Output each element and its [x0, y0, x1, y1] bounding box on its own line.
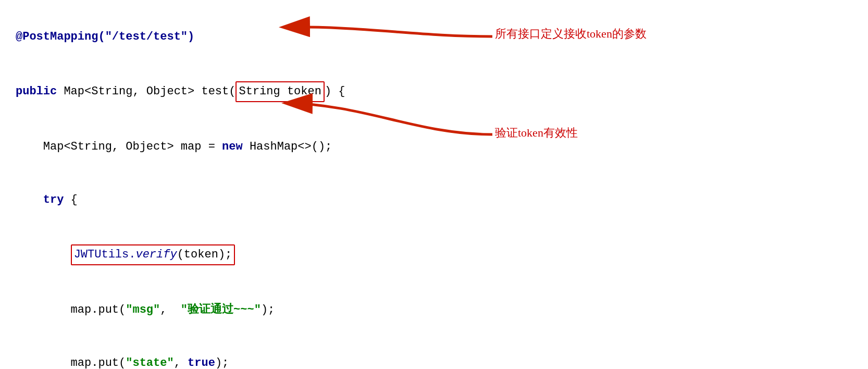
code-line-4 — [16, 193, 43, 206]
annotation-line: @PostMapping("/test/test") — [16, 30, 194, 43]
code-plain: Map<String, Object> test( — [57, 85, 235, 98]
callout-token-verify: 验证token有效性 — [495, 125, 578, 141]
code-line-6: map.put( — [16, 303, 126, 316]
code-line-3: Map<String, Object> map = — [16, 140, 222, 153]
callout-token-param: 所有接口定义接收token的参数 — [495, 26, 647, 42]
boxed-jwtverify: JWTUtils.verify(token); — [71, 244, 235, 265]
code-line-7: map.put( — [16, 356, 126, 369]
code-line-5 — [16, 248, 71, 261]
code-block: @PostMapping("/test/test") public Map<St… — [16, 10, 852, 369]
boxed-param: String token — [235, 81, 324, 102]
keyword-public: public — [16, 85, 57, 98]
